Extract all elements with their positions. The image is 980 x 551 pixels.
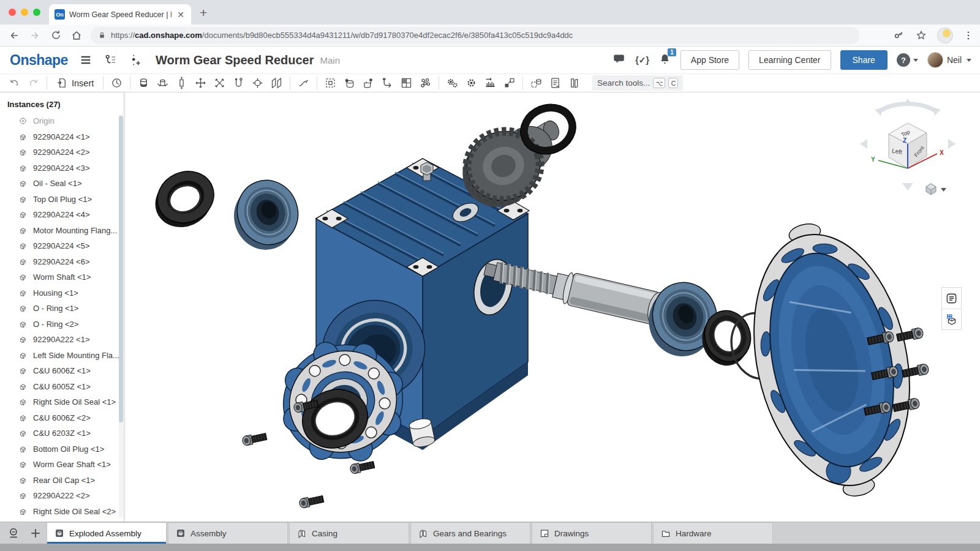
reload-button[interactable] <box>45 29 66 41</box>
instance-row[interactable]: 92290A224 <4> <box>0 207 124 223</box>
instance-row-origin[interactable]: Origin <box>0 113 124 129</box>
home-button[interactable] <box>66 29 87 42</box>
instance-row[interactable]: 92290A224 <2> <box>0 144 124 160</box>
redo-button[interactable] <box>24 75 43 91</box>
view-cube[interactable]: Top Left Front Y X Z <box>860 99 956 190</box>
instance-row[interactable]: C&U 6006Z <2> <box>0 410 124 426</box>
instance-row[interactable]: 92290A224 <1> <box>0 129 124 145</box>
pin-slot-mate-icon[interactable] <box>229 75 248 91</box>
instance-row[interactable]: O - Ring <2> <box>0 317 124 332</box>
undo-button[interactable] <box>5 75 24 91</box>
window-minimize-button[interactable] <box>21 9 28 16</box>
instance-row[interactable]: Right Side Oil Seal <2> <box>0 504 124 520</box>
cylindrical-mate-icon[interactable] <box>210 75 229 91</box>
rack-relation-icon[interactable] <box>481 75 500 91</box>
instance-row[interactable]: Right Side Oil Seal <1> <box>0 394 124 410</box>
instance-row[interactable]: 92290A224 <6> <box>0 254 124 270</box>
replicate-icon[interactable] <box>416 75 435 91</box>
ball-mate-icon[interactable] <box>248 75 267 91</box>
gear-relation-icon[interactable] <box>443 75 462 91</box>
rear-oil-cap-part[interactable] <box>730 209 934 511</box>
instance-row[interactable]: Worm Shaft <1> <box>0 269 124 285</box>
tab-hardware[interactable]: Hardware <box>653 522 773 544</box>
insert-button[interactable]: Insert <box>51 75 99 91</box>
pattern-icon[interactable] <box>397 75 416 91</box>
linear-pattern-icon[interactable] <box>500 75 519 91</box>
instance-list-flyout-button[interactable] <box>942 288 961 309</box>
parallel-mate-icon[interactable] <box>267 75 286 91</box>
tab-gears-and-bearings[interactable]: Gears and Bearings <box>410 522 530 544</box>
tab-drawings[interactable]: Drawings <box>532 522 652 544</box>
onshape-logo[interactable]: Onshape <box>10 52 68 69</box>
main-menu-icon[interactable] <box>79 53 92 67</box>
instances-scrollbar[interactable] <box>119 114 123 518</box>
search-tabs-icon[interactable] <box>8 527 20 539</box>
revolute-mate-icon[interactable] <box>153 75 172 91</box>
instance-row[interactable]: O - Ring <1> <box>0 301 124 317</box>
scrollbar-thumb[interactable] <box>119 116 123 422</box>
document-title[interactable]: Worm Gear Speed Reducer <box>156 53 314 67</box>
app-store-button[interactable]: App Store <box>680 50 739 70</box>
notifications-bell-icon[interactable]: 1 <box>658 53 671 68</box>
bookmark-star-icon[interactable] <box>915 29 927 42</box>
instance-row[interactable]: C&U 6005Z <1> <box>0 379 124 395</box>
fastened-mate-icon[interactable] <box>134 75 153 91</box>
move-part-icon[interactable] <box>378 75 397 91</box>
named-positions-icon[interactable] <box>546 75 565 91</box>
search-tools-input[interactable]: Search tools...⌥C <box>592 75 683 91</box>
view-options-menu[interactable] <box>926 184 946 195</box>
instance-row[interactable]: Bottom Oil Plug <1> <box>0 441 124 457</box>
back-button[interactable] <box>4 29 24 42</box>
exploded-view-icon[interactable] <box>527 75 546 91</box>
comments-icon[interactable] <box>612 52 626 68</box>
browser-tab[interactable]: On Worm Gear Speed Reducer | E ✕ <box>49 4 191 24</box>
workspace-label[interactable]: Main <box>320 55 341 66</box>
instance-row[interactable]: 92290A224 <3> <box>0 160 124 176</box>
url-bar[interactable]: https://cad.onshape.com/documents/b9d80e… <box>91 27 859 44</box>
3d-viewport[interactable]: Top Left Front Y X Z <box>0 92 980 522</box>
instance-row[interactable]: C&U 6006Z <1> <box>0 363 124 379</box>
browser-profile-avatar[interactable] <box>937 28 953 43</box>
versions-icon[interactable] <box>104 53 118 67</box>
learning-center-button[interactable]: Learning Center <box>748 50 831 70</box>
tangent-mate-icon[interactable] <box>294 75 313 91</box>
help-menu[interactable]: ? <box>897 53 918 67</box>
new-tab-button[interactable]: + <box>200 6 207 20</box>
instance-row[interactable]: Oil - Seal <1> <box>0 176 124 192</box>
instance-row[interactable]: Motor Mounting Flang... <box>0 223 124 239</box>
create-version-icon[interactable] <box>129 53 142 67</box>
mate-connector-icon[interactable] <box>107 75 126 91</box>
implicit-mate-connector-icon[interactable] <box>340 75 359 91</box>
input-bearing-part[interactable] <box>224 171 308 258</box>
instance-row[interactable]: Left Side Mounting Fla... <box>0 348 124 364</box>
bom-icon[interactable] <box>565 75 584 91</box>
instance-row[interactable]: 92290A224 <5> <box>0 238 124 254</box>
window-close-button[interactable] <box>9 9 16 16</box>
instance-row[interactable]: Housing <1> <box>0 285 124 301</box>
slider-mate-icon[interactable] <box>172 75 191 91</box>
password-key-icon[interactable] <box>893 29 905 42</box>
instance-row[interactable]: C&U 6203Z <1> <box>0 425 124 441</box>
featurescript-icon[interactable]: {✓} <box>635 55 649 65</box>
window-zoom-button[interactable] <box>33 9 40 16</box>
instance-row[interactable]: Worm Gear Shaft <1> <box>0 457 124 473</box>
tab-casing[interactable]: Casing <box>289 522 409 544</box>
user-menu[interactable]: Neil <box>927 52 971 68</box>
share-button[interactable]: Share <box>840 50 888 70</box>
tab-assembly[interactable]: Assembly <box>168 522 288 544</box>
tab-close-icon[interactable]: ✕ <box>176 10 186 20</box>
instance-row[interactable]: Rear Oil Cap <1> <box>0 473 124 489</box>
tab-exploded-assembly[interactable]: Exploded Assembly <box>47 522 167 544</box>
add-tab-icon[interactable] <box>30 528 41 539</box>
browser-menu-icon[interactable] <box>963 30 974 41</box>
instance-row[interactable]: 92290A222 <2> <box>0 488 124 504</box>
instance-row[interactable]: 92290A222 <1> <box>0 332 124 348</box>
instance-row[interactable]: Top Oil Plug <1> <box>0 192 124 208</box>
bom-flyout-button[interactable] <box>942 309 961 329</box>
group-icon[interactable] <box>321 75 340 91</box>
sprocket-relation-icon[interactable] <box>462 75 481 91</box>
forward-button[interactable] <box>24 29 45 42</box>
insert-part-icon[interactable] <box>359 75 378 91</box>
planar-mate-icon[interactable] <box>191 75 210 91</box>
oil-seal-part[interactable] <box>146 162 224 236</box>
